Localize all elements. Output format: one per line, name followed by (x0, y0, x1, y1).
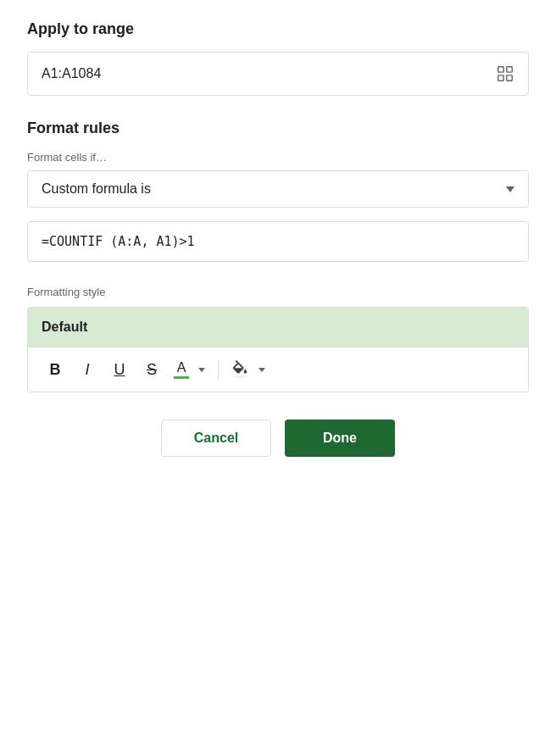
font-color-letter: A (177, 360, 186, 375)
toolbar-divider (218, 359, 219, 380)
format-condition-dropdown[interactable]: Custom formula is (27, 170, 529, 208)
bold-button[interactable]: B (42, 356, 69, 383)
svg-rect-4 (233, 375, 247, 377)
font-color-group: A (170, 356, 209, 383)
range-input-field[interactable]: A1:A1084 (27, 52, 529, 96)
italic-button[interactable]: I (74, 356, 101, 383)
fill-color-arrow-button[interactable] (253, 356, 270, 383)
done-button[interactable]: Done (285, 420, 395, 457)
default-style-text: Default (42, 320, 87, 334)
formatting-style-box: Default B I U S A (27, 307, 529, 392)
formatting-toolbar: B I U S A (28, 347, 528, 392)
underline-button[interactable]: U (106, 356, 133, 383)
formatting-style-label: Formatting style (27, 286, 529, 298)
chevron-down-icon (259, 368, 265, 372)
grid-icon[interactable] (496, 64, 514, 83)
fill-color-group (227, 356, 270, 383)
svg-rect-0 (498, 67, 503, 72)
apply-to-range-heading: Apply to range (27, 20, 529, 38)
font-color-arrow-button[interactable] (192, 356, 209, 383)
svg-rect-2 (498, 75, 503, 81)
formula-input-wrapper[interactable]: =COUNTIF (A:A, A1)>1 (27, 221, 529, 262)
format-cells-label: Format cells if… (27, 151, 529, 164)
chevron-down-icon (198, 368, 205, 372)
action-buttons-row: Cancel Done (27, 420, 529, 457)
font-color-bar (174, 376, 189, 379)
fill-bucket-icon (231, 360, 249, 379)
font-color-button[interactable]: A (170, 356, 192, 383)
formula-value: =COUNTIF (A:A, A1)>1 (42, 234, 195, 249)
default-style-preview: Default (28, 308, 528, 347)
cancel-button[interactable]: Cancel (161, 420, 271, 457)
range-value: A1:A1084 (42, 66, 101, 81)
fill-color-button[interactable] (227, 359, 253, 381)
dropdown-value: Custom formula is (42, 181, 151, 197)
chevron-down-icon (506, 186, 514, 192)
svg-rect-1 (507, 67, 512, 72)
format-rules-title: Format rules (27, 120, 529, 137)
svg-rect-3 (507, 75, 512, 81)
strikethrough-button[interactable]: S (138, 356, 165, 383)
